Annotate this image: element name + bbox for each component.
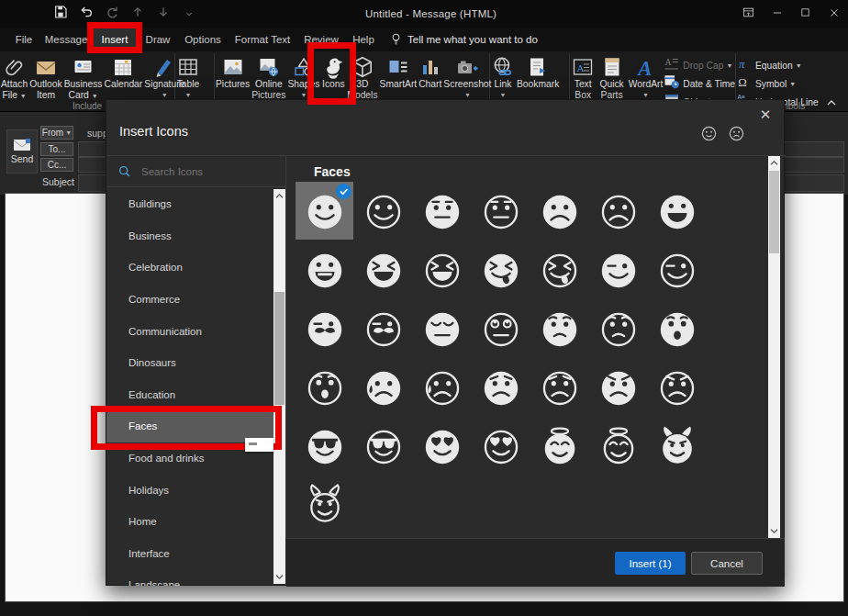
category-item-dinosaurs[interactable]: Dinosaurs xyxy=(106,347,273,379)
move-down-button xyxy=(152,4,174,24)
big-smile-filled-icon[interactable] xyxy=(648,182,706,240)
devil-filled-icon[interactable] xyxy=(648,417,706,475)
frown-outline-icon[interactable] xyxy=(589,182,647,240)
date-time-button[interactable]: Date & Time xyxy=(664,74,735,93)
business-card-button[interactable]: BusinessCard ▼ xyxy=(63,53,104,102)
tab-file[interactable]: File xyxy=(7,28,40,51)
heart-eyes-outline-icon[interactable] xyxy=(472,417,530,475)
wink-outline-icon[interactable] xyxy=(648,241,706,298)
grid-scrollbar-thumb[interactable] xyxy=(769,171,779,253)
feedback-smile-icon[interactable] xyxy=(700,125,718,142)
category-item-business[interactable]: Business xyxy=(106,220,273,252)
eye-roll-outline-icon[interactable] xyxy=(472,299,530,357)
category-item-home[interactable]: Home xyxy=(106,506,273,538)
smiley-outline-icon[interactable] xyxy=(354,182,412,240)
scroll-down-icon[interactable] xyxy=(273,570,285,584)
category-scrollbar-thumb[interactable] xyxy=(274,292,285,405)
maximize-button[interactable] xyxy=(791,0,820,28)
collapse-ribbon-button[interactable] xyxy=(826,95,842,613)
sunglasses-filled-icon[interactable] xyxy=(296,417,353,475)
worried-filled-icon[interactable] xyxy=(530,299,588,357)
category-item-communication[interactable]: Communication xyxy=(106,315,273,347)
angel-halo-outline-icon[interactable] xyxy=(589,417,647,475)
to-button[interactable]: To... xyxy=(40,142,73,156)
calendar-button[interactable]: Calendar xyxy=(103,53,143,91)
customize-qat-button[interactable] xyxy=(178,4,200,24)
ribbon-display-options-button[interactable] xyxy=(734,0,763,28)
tab-message[interactable]: Message xyxy=(40,28,92,51)
sad-brows-filled-icon[interactable] xyxy=(472,358,530,416)
insert-confirm-button[interactable]: Insert (1) xyxy=(615,552,686,575)
bookmark-icon xyxy=(527,54,549,79)
wordart-icon: A xyxy=(634,54,658,79)
table-button[interactable]: Table▼ xyxy=(175,53,201,101)
minimize-button[interactable] xyxy=(763,0,791,28)
frown-filled-icon[interactable] xyxy=(530,182,588,240)
dialog-close-button[interactable]: ✕ xyxy=(754,104,776,126)
grid-scrollbar[interactable] xyxy=(768,156,780,538)
svg-text:A: A xyxy=(636,56,652,78)
angel-halo-filled-icon[interactable] xyxy=(530,417,588,475)
tab-draw[interactable]: Draw xyxy=(138,28,178,51)
tab-format-text[interactable]: Format Text xyxy=(228,28,297,51)
wink-filled-icon[interactable] xyxy=(589,241,647,298)
tell-me-box[interactable]: Tell me what you want to do xyxy=(389,32,538,48)
sunglasses-outline-icon[interactable] xyxy=(354,417,412,475)
sad-brows-outline-icon[interactable] xyxy=(530,358,588,416)
feedback-frown-icon[interactable] xyxy=(728,125,745,142)
category-item-buildings[interactable]: Buildings xyxy=(106,188,273,220)
outlook-item-button[interactable]: OutlookItem xyxy=(28,53,63,101)
mustache-face-filled-icon[interactable] xyxy=(296,299,353,357)
angry-outline-icon[interactable] xyxy=(648,358,706,416)
category-scrollbar[interactable] xyxy=(273,189,285,584)
smiley-filled-icon[interactable] xyxy=(296,182,353,240)
attach-file-button[interactable]: AttachFile ▼ xyxy=(0,53,28,102)
subject-label: Subject xyxy=(42,176,74,187)
category-item-celebration[interactable]: Celebration xyxy=(106,252,273,284)
crying-filled-icon[interactable] xyxy=(354,358,412,416)
angry-filled-icon[interactable] xyxy=(589,358,647,416)
tongue-out-outline-icon[interactable] xyxy=(530,241,588,298)
close-button[interactable] xyxy=(820,0,848,28)
neutral-face-filled-icon[interactable] xyxy=(413,182,471,240)
tongue-out-filled-icon[interactable] xyxy=(472,241,530,298)
category-item-interface[interactable]: Interface xyxy=(106,538,273,570)
pensive-filled-icon[interactable] xyxy=(413,299,471,357)
scroll-up-icon[interactable] xyxy=(273,189,285,203)
category-item-commerce[interactable]: Commerce xyxy=(106,284,273,316)
bookmark-button[interactable]: Bookmark xyxy=(516,53,560,91)
equation-button[interactable]: πEquation▼ xyxy=(736,56,819,74)
devil-outline-icon[interactable] xyxy=(296,476,353,533)
pictures-button[interactable]: Pictures xyxy=(215,53,251,91)
quick-access-toolbar xyxy=(50,4,200,24)
scroll-down-icon[interactable] xyxy=(768,524,780,538)
save-button[interactable] xyxy=(50,4,72,24)
scroll-up-icon[interactable] xyxy=(768,156,780,170)
symbol-button[interactable]: ΩSymbol▼ xyxy=(736,74,819,93)
heart-eyes-filled-icon[interactable] xyxy=(413,417,471,475)
category-item-landscape[interactable]: Landscape xyxy=(106,569,273,586)
astonished-filled-icon[interactable] xyxy=(648,299,706,357)
screenshot-button[interactable]: Screenshot▼ xyxy=(442,53,492,101)
grin-teeth-filled-icon[interactable] xyxy=(296,241,353,298)
tab-options[interactable]: Options xyxy=(178,28,228,51)
arrow-down-icon xyxy=(157,6,170,22)
smartart-button[interactable]: SmartArt xyxy=(379,53,418,91)
astonished-outline-icon[interactable] xyxy=(296,358,353,416)
chart-button[interactable]: Chart xyxy=(418,53,442,91)
wordart-button[interactable]: AWordArt▼ xyxy=(628,53,664,101)
mustache-face-outline-icon[interactable] xyxy=(354,299,412,357)
undo-button[interactable] xyxy=(75,4,97,24)
category-item-holidays[interactable]: Holidays xyxy=(106,474,273,506)
cc-button[interactable]: Cc... xyxy=(40,158,73,172)
cancel-button[interactable]: Cancel xyxy=(691,552,763,575)
worried-outline-icon[interactable] xyxy=(589,299,647,357)
crying-outline-icon[interactable] xyxy=(413,358,471,416)
laughing-filled-icon[interactable] xyxy=(354,241,412,298)
link-button[interactable]: Link▼ xyxy=(490,53,516,101)
neutral-face-outline-icon[interactable] xyxy=(472,182,530,240)
send-button[interactable]: Send xyxy=(6,129,38,174)
laughing-outline-icon[interactable] xyxy=(413,241,471,298)
search-input[interactable] xyxy=(139,165,262,178)
from-button[interactable]: From▼ xyxy=(40,126,73,140)
